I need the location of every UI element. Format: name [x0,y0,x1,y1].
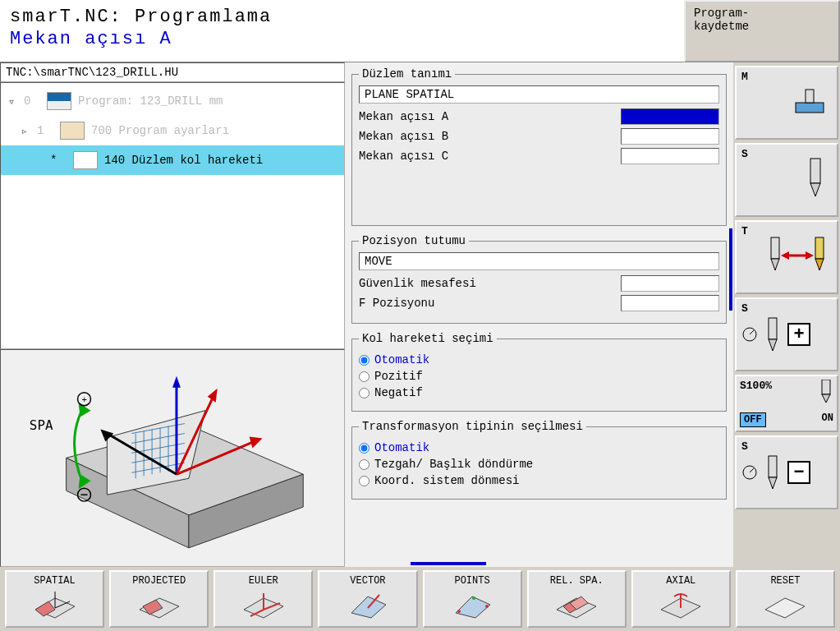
angle-a-label: Mekan açısı A [359,110,621,123]
plane-definition-group: Düzlem tanımı PLANE SPATIAL Mekan açısı … [351,67,727,226]
spindle-icon [799,155,832,205]
off-indicator: OFF [740,412,766,427]
softkey-reset[interactable]: RESET [736,570,835,628]
plane-mode-field: PLANE SPATIAL [359,85,719,104]
svg-marker-72 [765,598,805,618]
svg-marker-16 [172,376,181,388]
tree-row[interactable]: ▿ 0 Program: 123_DRILL mm [1,86,344,116]
plus-icon: + [787,323,810,346]
expand-icon[interactable]: ▿ [6,94,17,108]
machine-icon [786,85,832,121]
transform-coord-radio[interactable] [359,476,370,486]
header-subtitle: Mekan açısı A [10,29,674,49]
scroll-indicator [729,228,732,311]
tree-item-label: 700 Program ayarları [91,124,229,137]
svg-point-65 [472,596,475,600]
tree-row[interactable]: * 140 Düzlem kol hareketi [1,145,344,175]
plane-icon [760,588,810,621]
svg-text:+: + [82,395,88,405]
plane-icon [448,588,497,621]
plane-icon [343,588,392,621]
spindle-icon [819,380,833,404]
svg-marker-18 [250,437,263,449]
transform-coord-label: Koord. sistem dönmesi [374,474,519,487]
swivel-neg-radio[interactable] [359,388,370,398]
safety-dist-label: Güvenlik mesafesi [359,277,621,290]
svg-rect-36 [815,237,824,259]
svg-point-66 [485,605,489,608]
m-button[interactable]: M [735,66,838,140]
svg-rect-49 [769,456,777,477]
svg-marker-39 [781,251,789,260]
svg-marker-63 [456,596,490,618]
svg-marker-44 [769,339,777,351]
position-mode-group: Pozisyon tutumu MOVE Güvenlik mesafesi F… [351,234,727,324]
tree-row[interactable]: ▹ 1 700 Program ayarları [1,116,344,145]
s-plus-button[interactable]: S + [735,297,838,371]
spindle-icon [763,454,783,491]
plane-icon [135,588,184,621]
softkey-indicator [411,562,486,565]
svg-rect-34 [771,237,779,259]
plane-icon [552,588,601,621]
tree-item-label: Program: 123_DRILL mm [78,94,223,108]
softkey-axial[interactable]: AXIAL [631,570,731,628]
t-button[interactable]: T [735,220,838,294]
softkey-spatial[interactable]: SPATIAL [5,570,104,628]
svg-point-64 [457,610,461,613]
swivel-auto-radio[interactable] [359,355,370,366]
angle-a-input[interactable] [621,108,719,125]
on-indicator: ON [822,412,833,427]
dial-icon [741,326,758,343]
softkey-rel-spa[interactable]: REL. SPA. [527,570,627,628]
settings-icon [60,122,85,140]
minus-icon: − [787,461,810,484]
angle-c-input[interactable] [621,148,719,164]
softkey-points[interactable]: POINTS [423,570,522,628]
transform-table-label: Tezgah/ Başlık döndürme [374,458,533,471]
f-pos-label: F Pozisyonu [359,297,621,310]
angle-b-input[interactable] [621,128,719,145]
plane-icon [239,588,288,621]
svg-line-42 [750,330,754,334]
pos-mode-field: MOVE [359,252,719,270]
svg-rect-32 [810,159,820,183]
svg-rect-30 [796,103,824,113]
softkey-euler[interactable]: EULER [213,570,313,628]
svg-rect-43 [769,318,777,339]
swivel-pos-radio[interactable] [359,371,370,382]
angle-c-label: Mekan açısı C [359,150,621,163]
s-button[interactable]: S [735,143,838,217]
transform-table-radio[interactable] [359,459,370,470]
softkey-bar: SPATIAL PROJECTED EULER VECTOR POINTS RE… [0,567,840,631]
s-minus-button[interactable]: S − [735,435,838,509]
spindle-icon [763,316,783,352]
f-pos-input[interactable] [621,295,719,311]
s100-button[interactable]: S100% OFF ON [735,375,838,432]
svg-marker-46 [822,394,830,403]
expand-icon[interactable]: ▹ [19,124,30,138]
program-icon [47,92,71,110]
safety-dist-input[interactable] [621,275,719,292]
svg-marker-35 [771,259,779,270]
angle-b-label: Mekan açısı B [359,130,621,143]
svg-marker-50 [769,477,777,489]
swivel-selection-group: Kol hareketi seçimi Otomatik Pozitif Neg… [351,332,727,412]
softkey-projected[interactable]: PROJECTED [109,570,209,628]
transform-auto-radio[interactable] [359,443,370,454]
program-tree[interactable]: ▿ 0 Program: 123_DRILL mm ▹ 1 700 Progra… [0,82,345,349]
dial-icon [741,464,758,481]
transform-selection-group: Transformasyon tipinin seçilmesi Otomati… [351,420,727,500]
svg-line-48 [750,468,754,472]
swivel-pos-label: Pozitif [374,370,423,383]
svg-marker-33 [810,183,820,196]
pos-mode-legend: Pozisyon tutumu [359,234,469,247]
svg-marker-40 [806,251,814,260]
plane-def-legend: Düzlem tanımı [359,67,455,81]
softkey-vector[interactable]: VECTOR [318,570,417,628]
plane-icon [73,151,98,169]
tree-item-label: 140 Düzlem kol hareketi [104,154,263,167]
plane-icon [30,588,80,621]
transform-legend: Transformasyon tipinin seçilmesi [359,420,586,433]
app-title: smarT.NC: Programlama [10,7,674,27]
